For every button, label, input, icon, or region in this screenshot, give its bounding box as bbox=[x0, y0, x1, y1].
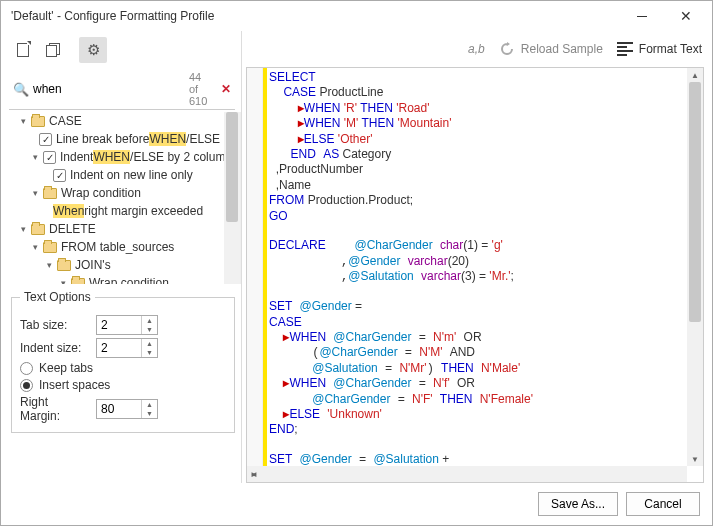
keep-tabs-radio[interactable]: Keep tabs bbox=[20, 361, 226, 375]
checkbox-icon[interactable]: ✓ bbox=[43, 151, 56, 164]
window-title: 'Default' - Configure Formatting Profile bbox=[11, 9, 620, 23]
search-count: 44 of 610 bbox=[183, 71, 217, 107]
title-bar: 'Default' - Configure Formatting Profile… bbox=[1, 1, 712, 31]
right-toolbar: a,b Reload Sample Format Text bbox=[242, 31, 712, 67]
tab-size-spinner[interactable]: ▲▼ bbox=[96, 315, 158, 335]
tree-scrollbar[interactable] bbox=[224, 112, 240, 284]
tree-opt-indent[interactable]: ▾✓Indent WHEN/ELSE by 2 columns bbox=[9, 148, 240, 166]
save-as-button[interactable]: Save As... bbox=[538, 492, 618, 516]
reload-sample-button[interactable]: Reload Sample bbox=[499, 41, 603, 57]
tree-opt-linebreak[interactable]: ✓Line break before WHEN/ELSE bbox=[9, 130, 240, 148]
folder-icon bbox=[31, 224, 45, 235]
right-margin-input[interactable] bbox=[97, 400, 141, 418]
tree-opt-when-margin[interactable]: When right margin exceeded bbox=[9, 202, 240, 220]
folder-icon bbox=[71, 278, 85, 285]
text-options-legend: Text Options bbox=[20, 290, 95, 304]
folder-icon bbox=[57, 260, 71, 271]
insert-spaces-radio[interactable]: Insert spaces bbox=[20, 378, 226, 392]
format-icon bbox=[617, 42, 633, 56]
code-gutter bbox=[247, 68, 263, 466]
code-text: SELECT CASE ProductLine ▸WHEN 'R' THEN '… bbox=[269, 70, 687, 466]
folder-icon bbox=[31, 116, 45, 127]
search-icon: 🔍 bbox=[9, 82, 33, 97]
search-input[interactable] bbox=[33, 80, 183, 98]
new-profile-button[interactable] bbox=[9, 37, 37, 63]
left-toolbar: ⚙ bbox=[9, 35, 241, 69]
right-margin-label: Right Margin: bbox=[20, 395, 90, 423]
code-vscrollbar[interactable]: ▲▼ bbox=[687, 68, 703, 466]
gear-icon: ⚙ bbox=[87, 41, 100, 59]
close-window-button[interactable]: ✕ bbox=[664, 2, 708, 30]
format-text-button[interactable]: Format Text bbox=[617, 42, 702, 56]
reload-icon bbox=[499, 41, 515, 57]
tree-node-wrap2[interactable]: ▾Wrap condition bbox=[9, 274, 240, 284]
right-margin-spinner[interactable]: ▲▼ bbox=[96, 399, 158, 419]
checkbox-icon[interactable]: ✓ bbox=[39, 133, 52, 146]
clear-search-button[interactable]: ✕ bbox=[217, 82, 235, 96]
right-panel: a,b Reload Sample Format Text SELECT CAS… bbox=[241, 31, 712, 483]
folder-icon bbox=[43, 188, 57, 199]
checkbox-icon[interactable]: ✓ bbox=[53, 169, 66, 182]
options-tree[interactable]: ▾CASE ✓Line break before WHEN/ELSE ▾✓Ind… bbox=[9, 112, 241, 284]
search-row: 🔍 44 of 610 ✕ bbox=[9, 69, 235, 110]
tree-node-delete[interactable]: ▾DELETE bbox=[9, 220, 240, 238]
tree-node-case[interactable]: ▾CASE bbox=[9, 112, 240, 130]
minimize-button[interactable] bbox=[620, 2, 664, 30]
cancel-button[interactable]: Cancel bbox=[626, 492, 700, 516]
tree-opt-indent-newline[interactable]: ✓Indent on new line only bbox=[9, 166, 240, 184]
indent-size-label: Indent size: bbox=[20, 341, 90, 355]
left-panel: ⚙ 🔍 44 of 610 ✕ ▾CASE ✓Line break before… bbox=[1, 31, 241, 483]
indent-size-input[interactable] bbox=[97, 339, 141, 357]
text-options-group: Text Options Tab size: ▲▼ Indent size: ▲… bbox=[11, 290, 235, 433]
code-preview[interactable]: SELECT CASE ProductLine ▸WHEN 'R' THEN '… bbox=[246, 67, 704, 483]
toggle-commas-button[interactable]: a,b bbox=[468, 42, 485, 56]
tree-node-joins[interactable]: ▾JOIN's bbox=[9, 256, 240, 274]
tab-size-input[interactable] bbox=[97, 316, 141, 334]
dialog-footer: Save As... Cancel bbox=[1, 483, 712, 525]
code-hscrollbar[interactable]: ◄► bbox=[247, 466, 687, 482]
settings-button[interactable]: ⚙ bbox=[79, 37, 107, 63]
duplicate-profile-button[interactable] bbox=[39, 37, 67, 63]
folder-icon bbox=[43, 242, 57, 253]
indent-size-spinner[interactable]: ▲▼ bbox=[96, 338, 158, 358]
tree-node-from[interactable]: ▾FROM table_sources bbox=[9, 238, 240, 256]
change-bar bbox=[263, 68, 267, 466]
tab-size-label: Tab size: bbox=[20, 318, 90, 332]
tree-node-wrap[interactable]: ▾Wrap condition bbox=[9, 184, 240, 202]
